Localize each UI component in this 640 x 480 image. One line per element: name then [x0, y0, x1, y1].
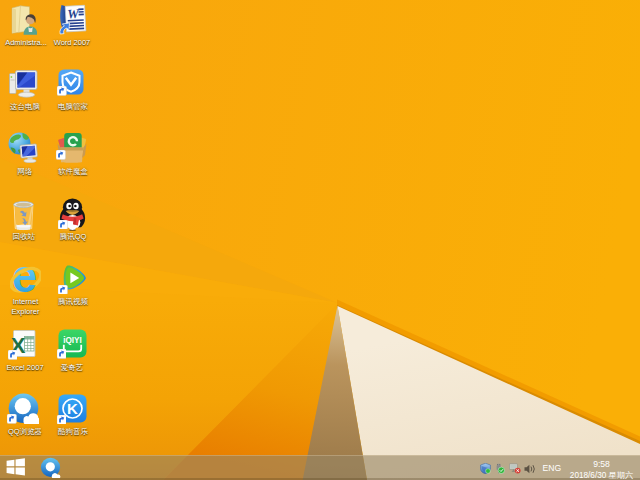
svg-text:K: K	[67, 400, 78, 417]
svg-text:iQIYI: iQIYI	[63, 336, 82, 345]
